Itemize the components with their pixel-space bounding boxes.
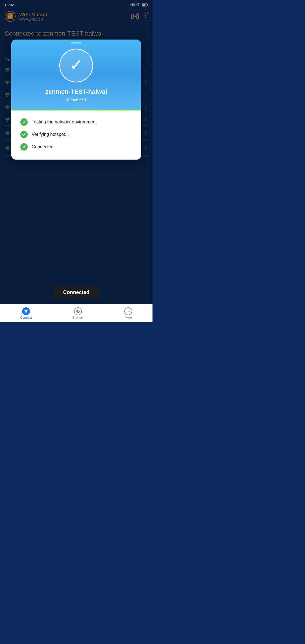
- svg-point-12: [127, 311, 127, 311]
- modal-bottom: Testing the network environment Verifyin…: [11, 110, 141, 160]
- nav-item-more[interactable]: More: [124, 307, 132, 319]
- check-item-label: Verifying hotspot...: [32, 132, 69, 137]
- green-check-icon: [20, 131, 28, 138]
- check-item-connected: Connected: [20, 143, 132, 151]
- toast-message: Connected: [53, 286, 99, 299]
- bottom-nav: Connect Browser More: [0, 304, 152, 322]
- check-item-hotspot: Verifying hotspot...: [20, 131, 132, 138]
- check-item-label: Connected: [32, 144, 53, 149]
- connection-modal: ✓ zenmen-TEST-haiwai Connected Testing t…: [11, 40, 141, 160]
- nav-label-more: More: [125, 316, 132, 319]
- connect-nav-icon: [22, 307, 30, 315]
- nav-label-connect: Connect: [20, 316, 32, 319]
- checkmark-icon: ✓: [69, 57, 83, 73]
- nav-item-browser[interactable]: Browser: [72, 307, 84, 319]
- modal-ssid: zenmen-TEST-haiwai: [45, 88, 107, 95]
- more-nav-icon: [124, 307, 132, 315]
- success-circle: ✓: [59, 49, 93, 82]
- check-item-label: Testing the network environment: [32, 119, 97, 125]
- modal-drag-handle[interactable]: [71, 42, 81, 43]
- modal-top: ✓ zenmen-TEST-haiwai Connected: [11, 40, 141, 110]
- green-check-icon: [20, 143, 28, 151]
- nav-item-connect[interactable]: Connect: [20, 307, 32, 319]
- green-check-icon: [20, 118, 28, 126]
- modal-connected-status: Connected: [67, 97, 86, 102]
- check-item-network: Testing the network environment: [20, 118, 132, 126]
- nav-label-browser: Browser: [72, 316, 84, 319]
- modal-overlay: ✓ zenmen-TEST-haiwai Connected Testing t…: [0, 0, 152, 322]
- svg-point-13: [128, 311, 128, 311]
- svg-point-14: [129, 311, 130, 311]
- browser-nav-icon: [74, 307, 82, 315]
